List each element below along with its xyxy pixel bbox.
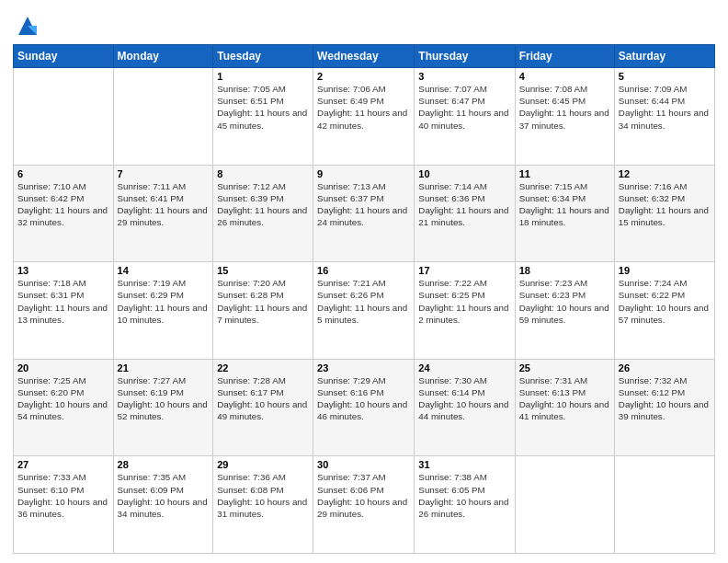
weekday-saturday: Saturday <box>614 45 714 68</box>
day-info: Sunrise: 7:13 AM Sunset: 6:37 PM Dayligh… <box>317 180 410 229</box>
day-number: 28 <box>118 459 210 470</box>
calendar-cell <box>113 68 213 166</box>
day-info: Sunrise: 7:37 AM Sunset: 6:06 PM Dayligh… <box>317 471 410 520</box>
calendar-cell: 14Sunrise: 7:19 AM Sunset: 6:29 PM Dayli… <box>113 262 213 360</box>
day-info: Sunrise: 7:33 AM Sunset: 6:10 PM Dayligh… <box>17 471 109 520</box>
calendar-cell: 8Sunrise: 7:12 AM Sunset: 6:39 PM Daylig… <box>213 165 313 262</box>
day-number: 8 <box>217 168 309 179</box>
weekday-friday: Friday <box>515 45 614 68</box>
calendar-cell <box>515 456 614 554</box>
weekday-thursday: Thursday <box>415 45 515 68</box>
week-row-1: 1Sunrise: 7:05 AM Sunset: 6:51 PM Daylig… <box>14 68 715 166</box>
day-info: Sunrise: 7:05 AM Sunset: 6:51 PM Dayligh… <box>217 83 309 132</box>
day-number: 22 <box>217 362 309 373</box>
day-number: 3 <box>418 71 510 82</box>
day-number: 7 <box>118 168 210 179</box>
weekday-sunday: Sunday <box>14 45 114 68</box>
weekday-tuesday: Tuesday <box>213 45 313 68</box>
day-number: 17 <box>418 265 510 276</box>
day-number: 13 <box>17 265 109 276</box>
day-info: Sunrise: 7:36 AM Sunset: 6:08 PM Dayligh… <box>217 471 309 520</box>
day-number: 14 <box>118 265 210 276</box>
day-info: Sunrise: 7:22 AM Sunset: 6:25 PM Dayligh… <box>418 277 510 326</box>
calendar-cell: 5Sunrise: 7:09 AM Sunset: 6:44 PM Daylig… <box>614 68 714 166</box>
calendar-cell: 28Sunrise: 7:35 AM Sunset: 6:09 PM Dayli… <box>113 456 213 554</box>
header <box>13 9 715 39</box>
day-info: Sunrise: 7:06 AM Sunset: 6:49 PM Dayligh… <box>317 83 410 132</box>
calendar-cell: 23Sunrise: 7:29 AM Sunset: 6:16 PM Dayli… <box>313 359 415 456</box>
calendar-cell: 13Sunrise: 7:18 AM Sunset: 6:31 PM Dayli… <box>14 262 114 360</box>
week-row-4: 20Sunrise: 7:25 AM Sunset: 6:20 PM Dayli… <box>14 359 715 456</box>
day-number: 10 <box>418 168 510 179</box>
day-number: 12 <box>619 168 711 179</box>
day-info: Sunrise: 7:32 AM Sunset: 6:12 PM Dayligh… <box>619 374 711 423</box>
page: SundayMondayTuesdayWednesdayThursdayFrid… <box>0 0 728 563</box>
calendar-cell: 10Sunrise: 7:14 AM Sunset: 6:36 PM Dayli… <box>415 165 515 262</box>
calendar-cell: 31Sunrise: 7:38 AM Sunset: 6:05 PM Dayli… <box>415 456 515 554</box>
day-info: Sunrise: 7:28 AM Sunset: 6:17 PM Dayligh… <box>217 374 309 423</box>
calendar-cell: 7Sunrise: 7:11 AM Sunset: 6:41 PM Daylig… <box>113 165 213 262</box>
day-info: Sunrise: 7:07 AM Sunset: 6:47 PM Dayligh… <box>418 83 510 132</box>
calendar-cell: 24Sunrise: 7:30 AM Sunset: 6:14 PM Dayli… <box>415 359 515 456</box>
calendar-cell: 22Sunrise: 7:28 AM Sunset: 6:17 PM Dayli… <box>213 359 313 456</box>
day-info: Sunrise: 7:19 AM Sunset: 6:29 PM Dayligh… <box>118 277 210 326</box>
calendar-cell: 2Sunrise: 7:06 AM Sunset: 6:49 PM Daylig… <box>313 68 415 166</box>
day-number: 1 <box>217 71 309 82</box>
day-info: Sunrise: 7:08 AM Sunset: 6:45 PM Dayligh… <box>519 83 610 132</box>
day-number: 24 <box>418 362 510 373</box>
weekday-monday: Monday <box>113 45 213 68</box>
calendar-cell: 4Sunrise: 7:08 AM Sunset: 6:45 PM Daylig… <box>515 68 614 166</box>
day-info: Sunrise: 7:35 AM Sunset: 6:09 PM Dayligh… <box>118 471 210 520</box>
day-number: 6 <box>17 168 109 179</box>
day-info: Sunrise: 7:10 AM Sunset: 6:42 PM Dayligh… <box>17 180 109 229</box>
day-number: 11 <box>519 168 610 179</box>
logo <box>13 13 40 39</box>
day-info: Sunrise: 7:25 AM Sunset: 6:20 PM Dayligh… <box>17 374 109 423</box>
day-info: Sunrise: 7:24 AM Sunset: 6:22 PM Dayligh… <box>619 277 711 326</box>
day-info: Sunrise: 7:12 AM Sunset: 6:39 PM Dayligh… <box>217 180 309 229</box>
day-info: Sunrise: 7:21 AM Sunset: 6:26 PM Dayligh… <box>317 277 410 326</box>
day-number: 15 <box>217 265 309 276</box>
week-row-2: 6Sunrise: 7:10 AM Sunset: 6:42 PM Daylig… <box>14 165 715 262</box>
week-row-3: 13Sunrise: 7:18 AM Sunset: 6:31 PM Dayli… <box>14 262 715 360</box>
calendar-cell: 26Sunrise: 7:32 AM Sunset: 6:12 PM Dayli… <box>614 359 714 456</box>
day-number: 26 <box>619 362 711 373</box>
day-number: 9 <box>317 168 410 179</box>
day-info: Sunrise: 7:30 AM Sunset: 6:14 PM Dayligh… <box>418 374 510 423</box>
calendar-cell: 18Sunrise: 7:23 AM Sunset: 6:23 PM Dayli… <box>515 262 614 360</box>
day-info: Sunrise: 7:15 AM Sunset: 6:34 PM Dayligh… <box>519 180 610 229</box>
calendar-cell: 29Sunrise: 7:36 AM Sunset: 6:08 PM Dayli… <box>213 456 313 554</box>
day-info: Sunrise: 7:18 AM Sunset: 6:31 PM Dayligh… <box>17 277 109 326</box>
calendar-cell: 15Sunrise: 7:20 AM Sunset: 6:28 PM Dayli… <box>213 262 313 360</box>
calendar-cell: 25Sunrise: 7:31 AM Sunset: 6:13 PM Dayli… <box>515 359 614 456</box>
calendar-cell: 6Sunrise: 7:10 AM Sunset: 6:42 PM Daylig… <box>14 165 114 262</box>
calendar-cell: 30Sunrise: 7:37 AM Sunset: 6:06 PM Dayli… <box>313 456 415 554</box>
day-info: Sunrise: 7:31 AM Sunset: 6:13 PM Dayligh… <box>519 374 610 423</box>
day-number: 27 <box>17 459 109 470</box>
day-number: 19 <box>619 265 711 276</box>
day-info: Sunrise: 7:38 AM Sunset: 6:05 PM Dayligh… <box>418 471 510 520</box>
calendar-cell: 17Sunrise: 7:22 AM Sunset: 6:25 PM Dayli… <box>415 262 515 360</box>
day-info: Sunrise: 7:23 AM Sunset: 6:23 PM Dayligh… <box>519 277 610 326</box>
day-info: Sunrise: 7:11 AM Sunset: 6:41 PM Dayligh… <box>118 180 210 229</box>
day-number: 31 <box>418 459 510 470</box>
day-number: 16 <box>317 265 410 276</box>
day-info: Sunrise: 7:09 AM Sunset: 6:44 PM Dayligh… <box>619 83 711 132</box>
calendar-cell: 20Sunrise: 7:25 AM Sunset: 6:20 PM Dayli… <box>14 359 114 456</box>
day-number: 21 <box>118 362 210 373</box>
calendar-cell <box>614 456 714 554</box>
week-row-5: 27Sunrise: 7:33 AM Sunset: 6:10 PM Dayli… <box>14 456 715 554</box>
calendar-cell: 11Sunrise: 7:15 AM Sunset: 6:34 PM Dayli… <box>515 165 614 262</box>
calendar-cell: 12Sunrise: 7:16 AM Sunset: 6:32 PM Dayli… <box>614 165 714 262</box>
day-number: 30 <box>317 459 410 470</box>
calendar-cell: 1Sunrise: 7:05 AM Sunset: 6:51 PM Daylig… <box>213 68 313 166</box>
day-number: 29 <box>217 459 309 470</box>
calendar-cell: 19Sunrise: 7:24 AM Sunset: 6:22 PM Dayli… <box>614 262 714 360</box>
calendar-cell: 3Sunrise: 7:07 AM Sunset: 6:47 PM Daylig… <box>415 68 515 166</box>
calendar-table: SundayMondayTuesdayWednesdayThursdayFrid… <box>13 44 715 554</box>
day-number: 23 <box>317 362 410 373</box>
day-info: Sunrise: 7:16 AM Sunset: 6:32 PM Dayligh… <box>619 180 711 229</box>
day-number: 25 <box>519 362 610 373</box>
calendar-cell: 27Sunrise: 7:33 AM Sunset: 6:10 PM Dayli… <box>14 456 114 554</box>
day-info: Sunrise: 7:20 AM Sunset: 6:28 PM Dayligh… <box>217 277 309 326</box>
